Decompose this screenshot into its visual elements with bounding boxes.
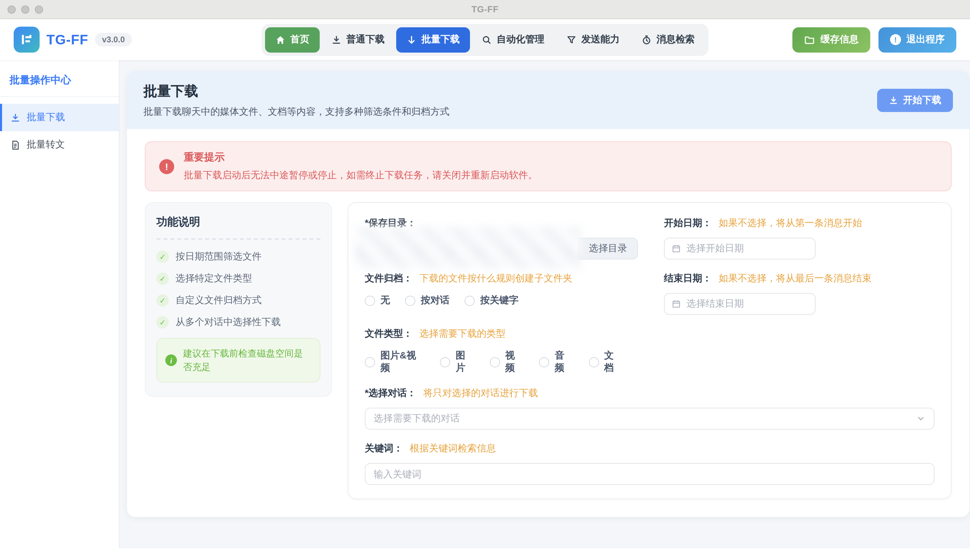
radio-circle-icon bbox=[539, 357, 549, 367]
radio-archive-by-keyword[interactable]: 按关键字 bbox=[465, 294, 518, 307]
radio-type-video[interactable]: 视频 bbox=[490, 350, 524, 374]
archive-radio-group: 无 按对话 按关键字 bbox=[365, 294, 638, 307]
end-date-field: 结束日期：如果不选择，将从最后一条消息结束 选择结束日期 bbox=[664, 272, 935, 315]
calendar-icon bbox=[672, 299, 681, 309]
end-date-hint: 如果不选择，将从最后一条消息结束 bbox=[718, 272, 872, 283]
app-window: TG-FF TG-FF v3.0.0 首页 bbox=[0, 0, 970, 560]
app-body: 批量操作中心 批量下载 批量转文 bbox=[0, 60, 970, 559]
home-icon bbox=[275, 35, 285, 45]
nav-tab-send[interactable]: 发送能力 bbox=[556, 27, 630, 52]
sidebar: 批量操作中心 批量下载 批量转文 bbox=[0, 60, 120, 559]
save-directory-field: *保存目录： 选择目录 bbox=[365, 217, 638, 260]
zoom-button[interactable] bbox=[35, 5, 43, 13]
radio-circle-icon bbox=[405, 295, 415, 306]
select-dialog-label: *选择对话： bbox=[365, 387, 417, 398]
keyword-field: 关键词：根据关键词检索信息 bbox=[365, 442, 935, 485]
nav-tab-home[interactable]: 首页 bbox=[265, 27, 320, 52]
radio-type-image[interactable]: 图片 bbox=[440, 350, 474, 374]
file-archive-hint: 下载的文件按什么规则创建子文件夹 bbox=[419, 272, 572, 283]
save-directory-input[interactable] bbox=[365, 238, 578, 260]
minimize-button[interactable] bbox=[21, 5, 29, 13]
cache-info-button[interactable]: 缓存信息 bbox=[792, 27, 870, 52]
tip-text: 建议在下载前检查磁盘空间是否充足 bbox=[183, 347, 312, 373]
batch-download-panel: 批量下载 批量下载聊天中的媒体文件、文档等内容，支持多种筛选条件和归档方式 开始… bbox=[127, 71, 969, 517]
feature-info-card: 功能说明 ✓ 按日期范围筛选文件 ✓ 选择特定文件类型 ✓ 自定义文件归档方 bbox=[145, 202, 332, 397]
keyword-hint: 根据关键词检索信息 bbox=[410, 443, 496, 453]
choose-directory-button[interactable]: 选择目录 bbox=[578, 238, 638, 260]
dialog-select[interactable]: 选择需要下载的对话 bbox=[365, 408, 935, 430]
nav-tab-message-search[interactable]: 消息检索 bbox=[631, 27, 705, 52]
close-button[interactable] bbox=[8, 5, 16, 13]
window-title: TG-FF bbox=[471, 4, 499, 14]
download-form-card: *保存目录： 选择目录 开始日期：如果不选择，将从第一条消息开始 bbox=[348, 202, 952, 499]
warning-icon: ! bbox=[159, 159, 174, 174]
list-item: ✓ 按日期范围筛选文件 bbox=[157, 251, 320, 263]
document-icon bbox=[10, 140, 20, 150]
page-subtitle: 批量下载聊天中的媒体文件、文档等内容，支持多种筛选条件和归档方式 bbox=[143, 106, 450, 118]
start-download-button[interactable]: 开始下载 bbox=[877, 88, 953, 112]
list-item: ✓ 自定义文件归档方式 bbox=[157, 294, 320, 307]
sidebar-list: 批量下载 批量转文 bbox=[0, 104, 119, 158]
radio-type-image-video[interactable]: 图片&视频 bbox=[365, 350, 425, 374]
main-nav: 首页 普通下载 批量下载 自动化管理 bbox=[262, 23, 708, 56]
radio-circle-icon bbox=[440, 357, 450, 367]
content-area: 批量下载 批量下载聊天中的媒体文件、文档等内容，支持多种筛选条件和归档方式 开始… bbox=[120, 60, 970, 559]
file-type-hint: 选择需要下载的类型 bbox=[419, 328, 505, 339]
end-date-label: 结束日期： bbox=[664, 272, 712, 283]
app-logo-icon bbox=[14, 27, 40, 53]
start-date-label: 开始日期： bbox=[664, 217, 712, 228]
download-line-icon bbox=[331, 35, 342, 45]
important-warning-banner: ! 重要提示 批量下载启动后无法中途暂停或停止，如需终止下载任务，请关闭并重新启… bbox=[145, 142, 952, 191]
download-line-icon bbox=[889, 95, 898, 105]
file-type-radio-group: 图片&视频 图片 视频 音频 文档 bbox=[365, 350, 638, 374]
end-date-input[interactable]: 选择结束日期 bbox=[664, 293, 816, 315]
exit-app-button[interactable]: ! 退出程序 bbox=[878, 27, 956, 52]
radio-type-audio[interactable]: 音频 bbox=[539, 350, 573, 374]
info-icon: i bbox=[165, 355, 177, 366]
radio-type-document[interactable]: 文档 bbox=[588, 350, 623, 374]
arrow-down-icon bbox=[407, 35, 417, 45]
keyword-label: 关键词： bbox=[365, 443, 403, 453]
list-item: ✓ 选择特定文件类型 bbox=[157, 272, 320, 285]
search-icon bbox=[482, 35, 492, 45]
nav-tab-normal-download[interactable]: 普通下载 bbox=[321, 27, 395, 52]
radio-circle-icon bbox=[588, 357, 599, 367]
bottom-strip bbox=[0, 548, 970, 559]
disk-space-tip: i 建议在下载前检查磁盘空间是否充足 bbox=[157, 338, 320, 382]
nav-tab-automation[interactable]: 自动化管理 bbox=[471, 27, 555, 52]
file-archive-field: 文件归档：下载的文件按什么规则创建子文件夹 无 按对话 按关键字 bbox=[365, 272, 638, 315]
keyword-input[interactable] bbox=[365, 463, 935, 485]
check-icon: ✓ bbox=[157, 316, 169, 328]
check-icon: ✓ bbox=[157, 294, 169, 307]
appbar-actions: 缓存信息 ! 退出程序 bbox=[792, 27, 956, 52]
brand: TG-FF v3.0.0 bbox=[14, 27, 132, 53]
sidebar-item-batch-download[interactable]: 批量下载 bbox=[0, 104, 119, 131]
file-type-field: 文件类型：选择需要下载的类型 图片&视频 图片 视频 音频 文档 bbox=[365, 327, 638, 374]
dashed-divider bbox=[157, 238, 320, 240]
chevron-down-icon bbox=[916, 414, 926, 423]
start-date-input[interactable]: 选择开始日期 bbox=[664, 238, 816, 260]
timer-icon bbox=[642, 35, 652, 45]
page-header: 批量下载 批量下载聊天中的媒体文件、文档等内容，支持多种筛选条件和归档方式 开始… bbox=[127, 71, 969, 129]
sidebar-item-batch-transcribe[interactable]: 批量转文 bbox=[0, 131, 119, 158]
radio-archive-by-dialog[interactable]: 按对话 bbox=[405, 294, 450, 307]
sidebar-title: 批量操作中心 bbox=[0, 74, 119, 97]
radio-circle-icon bbox=[490, 357, 500, 367]
start-date-field: 开始日期：如果不选择，将从第一条消息开始 选择开始日期 bbox=[664, 217, 935, 260]
check-icon: ✓ bbox=[157, 251, 169, 263]
list-item: ✓ 从多个对话中选择性下载 bbox=[157, 316, 320, 328]
warning-text: 批量下载启动后无法中途暂停或停止，如需终止下载任务，请关闭并重新启动软件。 bbox=[184, 169, 538, 182]
file-type-label: 文件类型： bbox=[365, 328, 413, 339]
nav-tab-batch-download[interactable]: 批量下载 bbox=[396, 27, 470, 52]
app-bar: TG-FF v3.0.0 首页 普通下载 批量下载 bbox=[0, 19, 970, 60]
radio-circle-icon bbox=[365, 357, 375, 367]
radio-circle-icon bbox=[365, 295, 375, 306]
radio-circle-icon bbox=[465, 295, 475, 306]
radio-archive-none[interactable]: 无 bbox=[365, 294, 390, 307]
page-title: 批量下载 bbox=[143, 82, 450, 100]
cards-row: 功能说明 ✓ 按日期范围筛选文件 ✓ 选择特定文件类型 ✓ 自定义文件归档方 bbox=[127, 191, 969, 517]
title-bar: TG-FF bbox=[0, 0, 970, 19]
check-icon: ✓ bbox=[157, 272, 169, 285]
file-archive-label: 文件归档： bbox=[365, 272, 413, 283]
exclamation-circle-icon: ! bbox=[890, 34, 901, 45]
